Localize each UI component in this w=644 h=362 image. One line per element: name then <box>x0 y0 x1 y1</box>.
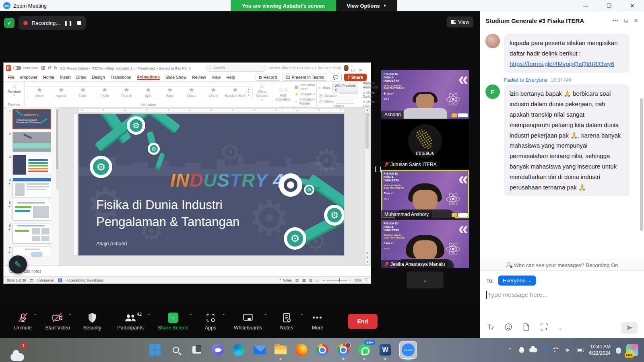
ppt-menu-item[interactable]: Animations <box>137 74 160 80</box>
ppt-window-controls[interactable]: –▢✕ <box>351 64 367 72</box>
popout-icon[interactable]: ⧉ <box>624 17 628 24</box>
previous-slide-button[interactable]: ≙ <box>366 252 369 255</box>
start-button[interactable] <box>148 343 162 357</box>
normal-view-button[interactable]: ▤ <box>295 278 299 282</box>
duration-input[interactable] <box>340 93 358 98</box>
more-button[interactable]: ••• More <box>303 307 332 336</box>
file-icon[interactable] <box>523 323 530 333</box>
video-tile-jurusan-sains[interactable]: ITERA Jurusan Sains ITERA <box>381 120 469 169</box>
stop-recording-button[interactable] <box>77 21 81 25</box>
animation-style[interactable]: ★ Shape <box>181 86 202 98</box>
share-screen-button[interactable]: ↑ ⌃ Share Screen <box>151 307 195 336</box>
move-later-button[interactable]: ∨ Move Later <box>363 100 378 108</box>
notes-placeholder[interactable]: Click to add notes <box>4 265 371 276</box>
slide-scrollbar[interactable]: ▲ ≙ ≚ ▼ <box>365 108 370 265</box>
onedrive-tray-icon[interactable]: 1 <box>10 348 24 362</box>
zoom-taskbar-icon[interactable]: zoom <box>399 341 417 359</box>
thumbnail-scrollbar[interactable] <box>56 109 59 189</box>
ppt-menu-item[interactable]: View <box>212 75 221 80</box>
word-icon[interactable]: W <box>378 343 392 357</box>
chat-close-icon[interactable]: ✕ <box>634 17 638 24</box>
move-earlier-button[interactable]: ∧ Move Earlier <box>363 90 378 99</box>
redo-icon[interactable]: ↻ <box>54 66 58 71</box>
zoom-slider[interactable]: −+ <box>323 278 351 282</box>
animation-style[interactable]: ★ Appear <box>51 86 72 98</box>
teams-chat-icon[interactable] <box>211 343 225 357</box>
effect-options-button[interactable]: ☆ Effect Options ∨ <box>254 83 270 102</box>
whatsapp-icon[interactable]: 99+ <box>357 343 371 357</box>
pre-app-icon[interactable]: PRE <box>626 344 638 356</box>
add-animation-button[interactable]: ☆+ Add Animation <box>274 86 292 102</box>
ppt-search-box[interactable]: ⌕ Search <box>206 65 266 72</box>
animation-style[interactable]: ★ Wipe <box>159 86 180 98</box>
ppt-menu-item[interactable]: Insert <box>60 75 70 80</box>
more-videos-button[interactable]: ⌄ <box>407 272 444 288</box>
slide-thumbnail-3[interactable]: 3 <box>5 155 58 175</box>
minimize-button[interactable]: — <box>574 3 597 9</box>
ppt-menu-item[interactable]: Home <box>43 75 54 80</box>
animation-style[interactable]: ★ Split <box>138 86 159 98</box>
volume-icon[interactable]: 🕪 <box>564 347 572 354</box>
participants-button[interactable]: 42 ⌃ Participants <box>109 307 151 336</box>
chat-more-icon[interactable]: ••• <box>613 17 619 24</box>
autosave-toggle[interactable] <box>13 66 21 70</box>
reading-view-button[interactable]: ▥ <box>309 278 312 282</box>
chat-scrollbar[interactable] <box>640 98 643 231</box>
chrome-icon[interactable] <box>316 343 329 357</box>
comments-button[interactable]: 💬 <box>330 74 341 81</box>
ppt-share-button[interactable]: ⤴ Share <box>344 74 367 81</box>
animation-style[interactable]: ★ Random Bars <box>225 86 246 98</box>
gallery-view-button[interactable]: View <box>447 16 473 27</box>
scroll-down-icon[interactable]: ▼ <box>366 261 369 263</box>
scroll-up-icon[interactable]: ▲ <box>366 109 369 111</box>
ppt-menu-item[interactable]: Transitions <box>111 75 131 80</box>
animation-style[interactable]: ★ Wheel <box>203 86 224 98</box>
taskbar-clock[interactable]: 10:41 AM 6/22/2024 <box>589 343 611 356</box>
onedrive-cloud-icon[interactable] <box>529 348 537 352</box>
animation-painter-button[interactable]: ☆Animation Painter <box>295 97 315 105</box>
unmute-button[interactable]: ⌃ Unmute <box>6 307 40 336</box>
pause-recording-button[interactable]: ❚❚ <box>64 21 73 26</box>
sender-name[interactable]: Fadiel <box>504 77 518 83</box>
apps-button[interactable]: ⌃ Apps <box>195 307 226 336</box>
delay-input[interactable] <box>336 99 354 104</box>
task-view-button[interactable] <box>190 343 204 357</box>
send-button[interactable] <box>621 322 638 334</box>
animation-pane-button[interactable]: ▥Animation Pane <box>295 83 315 91</box>
firefox-icon[interactable] <box>295 343 308 357</box>
slide-thumbnail-7[interactable]: 7★ <box>5 247 58 257</box>
slideshow-button[interactable]: 🖵 <box>316 278 319 282</box>
language-label[interactable]: Indonesian <box>37 278 54 282</box>
slide-thumbnail-5[interactable]: 5★ <box>5 201 58 221</box>
animation-style[interactable]: ★ Fade <box>72 86 93 98</box>
gallery-scroll-buttons[interactable]: ▲▼▼ <box>246 88 251 97</box>
record-button[interactable]: Record <box>256 74 280 81</box>
annotation-pencil-button[interactable]: ✎ <box>9 255 27 274</box>
animation-style[interactable]: ★ None <box>29 86 50 98</box>
hidden-icons-chevron[interactable]: ⌃ <box>506 347 514 353</box>
screenshot-icon[interactable] <box>540 323 548 333</box>
ppt-menu-item[interactable]: File <box>8 75 14 80</box>
slide-sorter-button[interactable]: ▦ <box>302 278 305 282</box>
edge-icon[interactable] <box>232 343 246 357</box>
trigger-button[interactable]: ⚡Trigger ∨ <box>295 92 315 96</box>
ppt-menu-item[interactable]: Slide Show <box>165 75 187 80</box>
file-explorer-icon[interactable] <box>274 343 287 357</box>
save-icon[interactable]: 🖫 <box>41 66 45 70</box>
present-in-teams-button[interactable]: 🗔 Present in Teams <box>283 74 327 81</box>
security-button[interactable]: Security <box>75 307 109 336</box>
slide-thumbnail-2[interactable]: 2 <box>5 132 58 152</box>
ppt-menu-item[interactable]: Help <box>226 75 235 80</box>
account-avatar[interactable] <box>344 65 349 71</box>
start-video-button[interactable]: ⌃ Start Video <box>40 307 75 336</box>
end-meeting-button[interactable]: End <box>348 314 378 329</box>
restore-button[interactable]: ❐ <box>597 3 621 9</box>
slide-canvas[interactable]: ⚙ ⚙ ⚙ ⚙ ⚙ ⚙ ⚙ ⚙ ⚙ <box>78 114 344 255</box>
slide-thumbnail-4[interactable]: 4★ <box>5 178 58 198</box>
whiteboards-button[interactable]: ⌃ Whiteboards <box>226 307 270 336</box>
ppt-menu-item[interactable]: Draw <box>76 75 86 80</box>
notes-button[interactable]: ⌃ Notes <box>270 307 303 336</box>
fit-slide-icon[interactable]: ⛶ <box>365 278 367 282</box>
notes-toggle[interactable]: ≜ Notes <box>279 278 292 282</box>
search-button[interactable] <box>169 343 183 357</box>
